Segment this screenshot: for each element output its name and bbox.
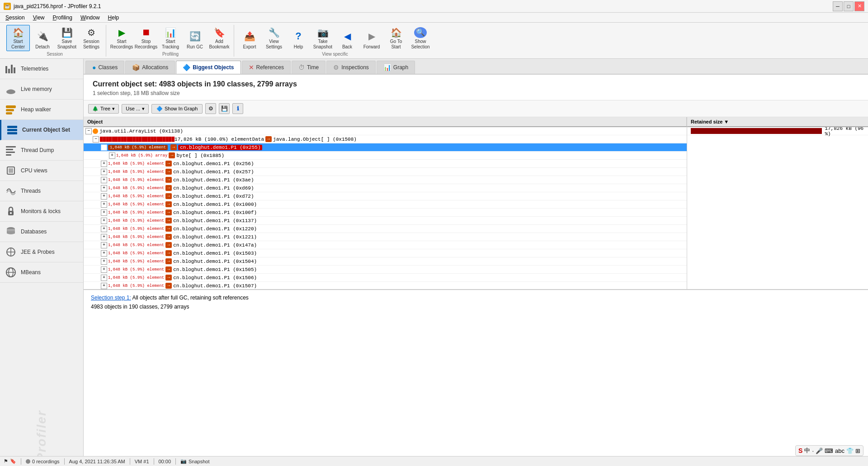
sidebar-item-mbeans[interactable]: MBeans xyxy=(0,262,83,283)
expand-icon[interactable]: + xyxy=(101,226,107,232)
expand-icon[interactable]: + xyxy=(101,218,107,224)
menu-view[interactable]: View xyxy=(29,14,48,22)
help-button[interactable]: ? Help xyxy=(287,25,310,51)
expand-icon[interactable]: + xyxy=(101,177,107,183)
tab-graph[interactable]: 📊 Graph xyxy=(377,61,415,74)
table-row[interactable]: + 1,048 kB (5.9%) element → cn.bloghut.d… xyxy=(84,209,687,217)
minimize-button[interactable]: ─ xyxy=(833,1,843,11)
table-row[interactable]: − █████████████████████████ 17,826 kB (1… xyxy=(84,135,687,143)
start-recordings-button[interactable]: ▶ StartRecordings xyxy=(110,25,133,51)
table-row[interactable]: + 1,048 kB (5.9%) array → byte[ ] (0x188… xyxy=(84,152,687,160)
go-to-start-button[interactable]: 🏠 Go ToStart xyxy=(384,25,408,51)
classes-tab-label: Classes xyxy=(98,64,118,71)
table-row[interactable]: + 1,048 kB (5.9%) element → cn.bloghut.d… xyxy=(84,274,687,282)
menu-session[interactable]: Session xyxy=(2,14,28,22)
expand-icon[interactable]: − xyxy=(85,128,92,134)
sidebar-item-current-object-set[interactable]: Current Object Set xyxy=(0,120,83,140)
expand-icon[interactable]: + xyxy=(101,266,107,273)
detach-button[interactable]: 🔌 Detach xyxy=(31,25,54,51)
tab-inspections[interactable]: ⚙ Inspections xyxy=(326,61,376,74)
expand-icon[interactable]: + xyxy=(101,234,107,240)
show-selection-button[interactable]: 🔍 ShowSelection xyxy=(409,25,432,51)
menu-profiling[interactable]: Profiling xyxy=(49,14,76,22)
svg-rect-14 xyxy=(6,154,11,156)
table-row[interactable]: − java.util.ArrayList (0x1138) xyxy=(84,127,687,135)
expand-icon[interactable]: + xyxy=(101,242,107,248)
settings-icon-button[interactable]: ⚙ xyxy=(205,103,216,114)
selection-step-link[interactable]: Selection step 1: xyxy=(91,295,131,301)
table-row[interactable]: + 1,048 kB (5.9%) element → cn.bloghut.d… xyxy=(84,160,687,168)
table-row[interactable]: + 1,048 kB (5.9%) element → cn.bloghut.d… xyxy=(84,217,687,225)
arrow-icon: → xyxy=(165,258,172,264)
sidebar-item-threads[interactable]: Threads xyxy=(0,181,83,201)
expand-icon[interactable]: + xyxy=(101,169,107,175)
expand-icon[interactable]: + xyxy=(101,275,107,281)
back-button[interactable]: ◀ Back xyxy=(335,25,359,51)
sidebar-item-heap-walker[interactable]: Heap walker xyxy=(0,100,83,120)
table-row[interactable]: + 1,048 kB (5.9%) element → cn.bloghut.d… xyxy=(84,225,687,233)
sidebar-item-monitors-locks[interactable]: Monitors & locks xyxy=(0,201,83,222)
take-snapshot-button[interactable]: 📷 TakeSnapshot xyxy=(311,25,335,51)
menu-window[interactable]: Window xyxy=(77,14,104,22)
tree-panel[interactable]: Object − java.util.ArrayList (0x1138) − … xyxy=(84,117,687,289)
back-label: Back xyxy=(342,44,352,50)
expand-icon[interactable]: + xyxy=(101,258,107,265)
run-gc-icon: 🔄 xyxy=(188,29,202,43)
view-settings-button[interactable]: 🔧 ViewSettings xyxy=(262,25,286,51)
maximize-button[interactable]: □ xyxy=(844,1,854,11)
tree-dropdown[interactable]: 🌲 Tree ▾ xyxy=(88,104,119,114)
export-icon-button[interactable]: 💾 xyxy=(219,103,230,114)
table-row[interactable]: + 1,048 kB (5.9%) element → cn.bloghut.d… xyxy=(84,257,687,266)
session-settings-button[interactable]: ⚙ SessionSettings xyxy=(80,25,103,51)
tab-allocations[interactable]: 📦 Allocations xyxy=(125,61,175,74)
menu-help[interactable]: Help xyxy=(104,14,123,22)
run-gc-button[interactable]: 🔄 Run GC xyxy=(183,25,207,51)
table-row[interactable]: + 1,048 kB (5.9%) element → cn.bloghut.d… xyxy=(84,282,687,289)
sidebar-item-thread-dump[interactable]: Thread Dump xyxy=(0,140,83,161)
export-button[interactable]: 📤 Export xyxy=(238,25,261,51)
sidebar-item-jee-probes[interactable]: JEE & Probes xyxy=(0,242,83,262)
sidebar-item-databases[interactable]: Databases xyxy=(0,222,83,242)
tab-biggest-objects[interactable]: 🔷 Biggest Objects xyxy=(176,61,241,74)
table-row[interactable]: + 1,048 kB (5.9%) element → cn.bloghut.d… xyxy=(84,266,687,274)
table-row[interactable]: + 1,048 kB (5.9%) element → cn.bloghut.d… xyxy=(84,184,687,192)
expand-icon[interactable]: + xyxy=(101,161,107,167)
expand-icon[interactable]: + xyxy=(101,185,107,191)
table-row[interactable]: + 1,048 kB (5.9%) element → cn.bloghut.d… xyxy=(84,168,687,176)
start-center-button[interactable]: 🏠 StartCenter xyxy=(6,25,30,51)
save-snapshot-button[interactable]: 💾 SaveSnapshot xyxy=(55,25,79,51)
table-row[interactable]: − 1,048 kB (5.9%) element → cn.bloghut.d… xyxy=(84,143,687,152)
sidebar-item-cpu-views[interactable]: CPU views xyxy=(0,161,83,181)
add-bookmark-button[interactable]: 🔖 AddBookmark xyxy=(208,25,231,51)
stop-recordings-button[interactable]: ⏹ StopRecordings xyxy=(134,25,158,51)
arrow-icon: → xyxy=(165,177,172,183)
table-row[interactable]: + 1,048 kB (5.9%) element → cn.bloghut.d… xyxy=(84,200,687,209)
table-row[interactable]: + 1,048 kB (5.9%) element → cn.bloghut.d… xyxy=(84,241,687,249)
expand-icon[interactable]: − xyxy=(93,136,99,143)
start-tracking-button[interactable]: 📊 StartTracking xyxy=(159,25,182,51)
table-row[interactable]: + 1,048 kB (5.9%) element → cn.bloghut.d… xyxy=(84,249,687,257)
close-button[interactable]: ✕ xyxy=(854,1,864,11)
sidebar-item-live-memory[interactable]: Live memory xyxy=(0,79,83,100)
expand-icon[interactable]: + xyxy=(109,152,115,159)
expand-icon[interactable]: + xyxy=(101,283,107,289)
tab-references[interactable]: ✕ References xyxy=(242,61,291,74)
sidebar-item-telemetries[interactable]: Telemetries xyxy=(0,59,83,79)
expand-icon[interactable]: + xyxy=(101,250,107,257)
forward-button[interactable]: ▶ Forward xyxy=(360,25,383,51)
expand-icon[interactable]: + xyxy=(101,201,107,208)
tab-time[interactable]: ⏱ Time xyxy=(292,61,326,74)
info-icon-button[interactable]: ℹ xyxy=(232,103,243,114)
tab-classes[interactable]: ● Classes xyxy=(85,61,124,74)
table-row[interactable]: + 1,048 kB (5.9%) element → cn.bloghut.d… xyxy=(84,233,687,241)
svg-rect-1 xyxy=(8,69,10,73)
size-text: 1,048 kB (5.9%) element xyxy=(108,243,164,247)
col-retained-header[interactable]: Retained size ▼ xyxy=(687,117,868,126)
table-row[interactable]: + 1,048 kB (5.9%) element → cn.bloghut.d… xyxy=(84,192,687,200)
table-row[interactable]: + 1,048 kB (5.9%) element → cn.bloghut.d… xyxy=(84,176,687,184)
use-dropdown[interactable]: Use ... ▾ xyxy=(122,104,149,114)
expand-icon[interactable]: + xyxy=(101,209,107,216)
expand-icon[interactable]: − xyxy=(101,144,107,151)
expand-icon[interactable]: + xyxy=(101,193,107,200)
show-in-graph-button[interactable]: 🔷 Show In Graph xyxy=(151,104,203,114)
